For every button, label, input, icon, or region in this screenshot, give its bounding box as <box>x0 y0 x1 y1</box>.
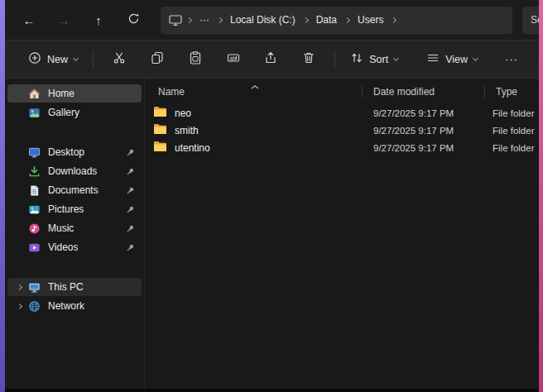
pin-icon <box>126 148 135 157</box>
breadcrumb-overflow-button[interactable]: ··· <box>193 9 216 31</box>
sort-icon <box>350 51 363 67</box>
expander-spacer <box>11 200 27 218</box>
sidebar-item-music[interactable]: Music <box>7 219 142 237</box>
chevron-down-icon <box>393 55 399 60</box>
expander-spacer <box>11 103 27 122</box>
back-icon: ← <box>23 13 36 27</box>
see-more-button[interactable]: ··· <box>494 45 529 74</box>
desktop-edge-right <box>539 0 543 392</box>
gallery-icon <box>27 106 41 119</box>
expander-spacer <box>11 219 27 237</box>
expand-chevron-icon[interactable] <box>11 297 27 315</box>
breadcrumb-item-users[interactable]: Users <box>351 9 390 31</box>
sidebar-item-label: This PC <box>48 281 84 293</box>
expander-spacer <box>11 181 27 199</box>
sidebar-section-gap <box>5 122 144 142</box>
delete-button[interactable] <box>291 45 326 74</box>
column-header-label: Type <box>496 86 517 98</box>
computer-icon <box>169 14 182 26</box>
sidebar-item-label: Desktop <box>48 146 84 158</box>
folder-icon <box>153 106 167 120</box>
view-button-label: View <box>445 54 468 65</box>
ellipsis-icon: ··· <box>505 53 518 65</box>
file-list-area: Name Date modified Type <box>145 79 539 389</box>
new-button[interactable]: New <box>20 45 86 74</box>
column-header-label: Name <box>158 86 185 98</box>
column-header-date-modified[interactable]: Date modified <box>362 82 484 102</box>
file-date-modified: 9/27/2025 9:17 PM <box>362 126 484 136</box>
expander-spacer <box>11 84 27 103</box>
rename-icon: ab <box>227 51 240 68</box>
sidebar-item-label: Music <box>48 222 74 234</box>
documents-icon <box>27 184 41 197</box>
sidebar-item-label: Home <box>48 88 74 99</box>
file-row-smith[interactable]: smith 9/27/2025 9:17 PM File folder <box>145 122 539 139</box>
sidebar-item-gallery[interactable]: Gallery <box>7 103 142 122</box>
copy-button[interactable] <box>140 45 175 74</box>
downloads-icon <box>27 165 41 178</box>
breadcrumb-chevron-icon <box>187 18 191 22</box>
file-name: neo <box>175 108 191 119</box>
sidebar-item-label: Network <box>48 300 84 312</box>
share-button[interactable] <box>254 45 289 74</box>
sidebar-item-this-pc[interactable]: This PC <box>7 278 142 296</box>
view-button[interactable]: View <box>418 45 486 74</box>
command-bar: New <box>5 40 539 79</box>
sidebar-item-label: Documents <box>48 184 99 196</box>
column-header-type[interactable]: Type <box>484 82 539 102</box>
share-icon <box>264 51 277 68</box>
back-button[interactable]: ← <box>15 6 43 34</box>
sidebar-item-label: Videos <box>48 241 78 253</box>
sidebar-item-videos[interactable]: Videos <box>7 238 142 256</box>
sidebar-item-downloads[interactable]: Downloads <box>7 162 142 180</box>
breadcrumb-item-data[interactable]: Data <box>310 9 344 31</box>
expander-spacer <box>11 143 27 161</box>
search-input[interactable]: Se <box>522 7 539 34</box>
this-pc-icon <box>27 280 41 294</box>
file-date-modified: 9/27/2025 9:17 PM <box>362 143 484 153</box>
up-button[interactable]: ↑ <box>84 6 113 34</box>
folder-icon <box>153 123 167 137</box>
view-icon <box>426 51 440 67</box>
column-header-label: Date modified <box>373 86 435 98</box>
refresh-button[interactable] <box>119 6 147 34</box>
pin-icon <box>126 243 135 252</box>
sidebar-item-pictures[interactable]: Pictures <box>7 200 142 218</box>
sidebar-item-network[interactable]: Network <box>7 297 142 315</box>
file-date-modified: 9/27/2025 9:17 PM <box>362 108 484 118</box>
sidebar-item-home[interactable]: Home <box>7 84 142 103</box>
address-bar[interactable]: ··· Local Disk (C:) Data Users <box>161 7 512 34</box>
file-row-utentino[interactable]: utentino 9/27/2025 9:17 PM File folder <box>145 139 539 156</box>
folder-icon <box>153 141 167 155</box>
sidebar-item-documents[interactable]: Documents <box>7 181 142 199</box>
sort-button[interactable]: Sort <box>342 45 406 74</box>
navigation-pane: Home Gallery <box>5 79 145 389</box>
videos-icon <box>27 241 41 254</box>
breadcrumb-item-local-disk-c[interactable]: Local Disk (C:) <box>223 9 302 31</box>
chevron-down-icon <box>473 55 478 60</box>
sidebar-item-label: Pictures <box>48 203 84 215</box>
home-icon <box>27 87 41 100</box>
forward-button[interactable]: → <box>50 6 78 34</box>
forward-icon: → <box>58 13 70 27</box>
sidebar-item-label: Gallery <box>48 107 79 118</box>
cut-button[interactable] <box>102 45 137 74</box>
column-header-name[interactable]: Name <box>145 82 362 102</box>
delete-icon <box>302 51 315 68</box>
expand-chevron-icon[interactable] <box>11 278 27 296</box>
toolbar-separator <box>334 50 335 69</box>
paste-button[interactable] <box>178 45 213 74</box>
sort-ascending-icon <box>251 80 259 92</box>
breadcrumb-chevron-icon <box>304 18 308 22</box>
rename-button[interactable]: ab <box>216 45 251 74</box>
expander-spacer <box>11 238 27 256</box>
pin-icon <box>126 167 135 176</box>
network-icon <box>27 299 41 313</box>
file-row-neo[interactable]: neo 9/27/2025 9:17 PM File folder <box>145 104 539 122</box>
sidebar-item-desktop[interactable]: Desktop <box>7 143 142 161</box>
pin-icon <box>126 205 135 214</box>
breadcrumb-chevron-icon <box>345 18 349 22</box>
file-rows: neo 9/27/2025 9:17 PM File folder smi <box>145 104 539 156</box>
pictures-icon <box>27 203 41 216</box>
paste-icon <box>189 51 202 68</box>
